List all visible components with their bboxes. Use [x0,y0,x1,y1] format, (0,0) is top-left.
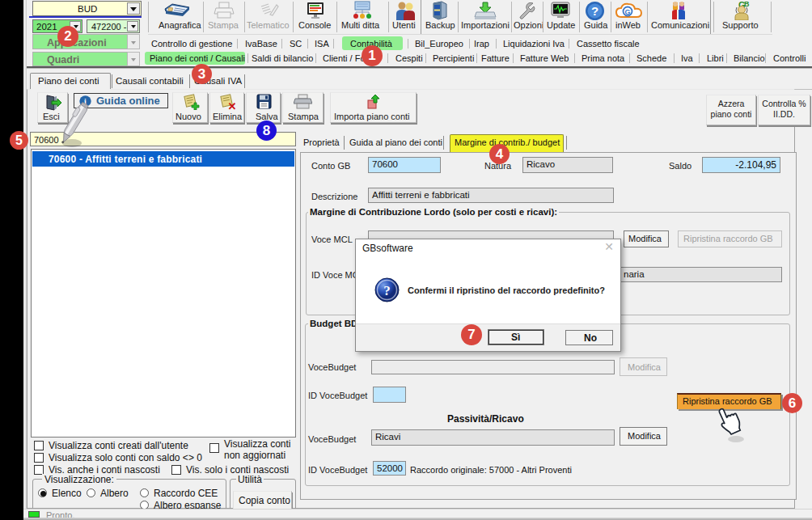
svg-text:✕: ✕ [228,100,236,110]
svg-text:?: ? [591,4,598,18]
svg-text:?: ? [383,283,391,298]
svg-text:B: B [744,0,750,8]
svg-text:G: G [624,8,630,16]
